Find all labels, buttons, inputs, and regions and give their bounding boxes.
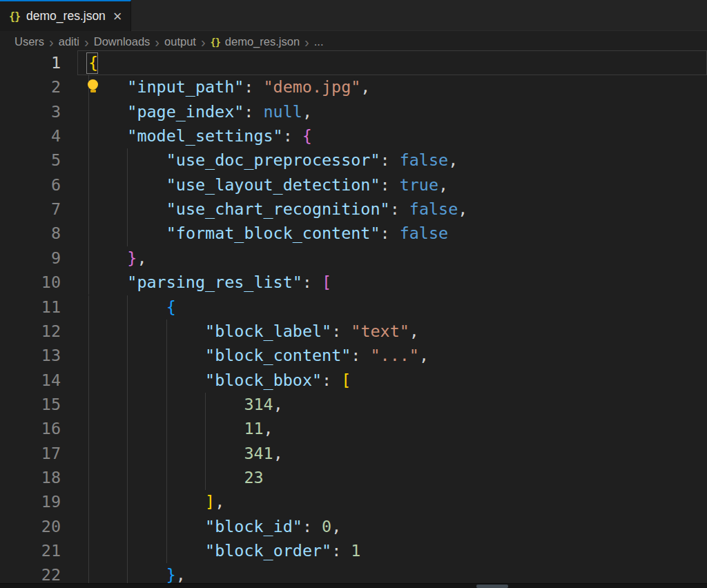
token-p: , [273,444,283,463]
token-str: "text" [351,322,409,341]
line-number: 6 [0,173,61,197]
breadcrumb-label: Downloads [94,35,151,48]
token-p: , [360,77,370,97]
token-str: "..." [371,346,419,365]
line-number: 11 [0,295,61,320]
line-number: 21 [0,539,61,563]
code-line[interactable]: 1{ [0,51,707,75]
token-p: , [302,102,312,121]
code-text: { [88,295,176,320]
token-kw: true [400,175,438,195]
token-p: : [351,346,370,365]
code-text: "use_chart_recognition": false, [88,197,467,222]
line-number: 10 [0,271,61,295]
close-icon[interactable]: × [113,9,122,24]
code-text: 11, [88,417,273,441]
code-line[interactable]: 12"block_label": "text", [0,320,707,344]
code-text: { [88,51,98,75]
token-key: "model_settings" [127,126,282,146]
line-number: 18 [0,466,61,490]
token-p: , [176,565,186,585]
code-line[interactable]: 1611, [0,417,707,441]
code-line[interactable]: 11{ [0,295,707,320]
code-line[interactable]: 8"format_block_content": false [0,222,707,246]
line-number: 16 [0,417,61,441]
scrollbar-thumb[interactable] [476,585,508,588]
code-line[interactable]: 5"use_doc_preprocessor": false, [0,148,707,173]
code-text: "use_layout_detection": true, [88,173,448,197]
code-line[interactable]: 9}, [0,246,707,271]
code-line[interactable]: 1823 [0,466,707,490]
token-p: : [331,322,351,341]
token-num: 0 [322,517,331,536]
token-p: : [390,199,409,219]
token-b1: [ [341,371,351,390]
token-p: : [380,224,400,243]
breadcrumb-item[interactable]: ... [314,35,324,48]
token-p: , [438,175,448,195]
code-line[interactable]: 2"input_path": "demo.jpg", [0,75,707,99]
token-key: "use_doc_preprocessor" [166,150,380,170]
code-line[interactable]: 6"use_layout_detection": true, [0,173,707,197]
code-line[interactable]: 7"use_chart_recognition": false, [0,197,707,222]
breadcrumb-item[interactable]: {}demo_res.json [211,35,300,48]
breadcrumb-item[interactable]: output [164,35,196,48]
vscode-window: 1{2"input_path": "demo.jpg",3"page_index… [0,0,707,588]
code-line[interactable]: 15314, [0,393,707,417]
code-text: }, [88,246,147,271]
breadcrumb-item[interactable]: Users [14,35,44,48]
code-line[interactable]: 10"parsing_res_list": [ [0,271,707,295]
code-line[interactable]: 21"block_order": 1 [0,539,707,563]
chevron-right-icon: › [304,35,309,49]
breadcrumb-label: output [164,35,196,48]
chevron-right-icon: › [201,35,206,49]
token-kw: null [264,102,302,121]
code-text: 341, [88,442,283,466]
code-line[interactable]: 20"block_id": 0, [0,515,707,539]
code-text: "block_order": 1 [88,539,360,563]
code-text: "input_path": "demo.jpg", [88,75,370,99]
token-p: : [244,102,263,121]
code-line[interactable]: 4"model_settings": { [0,124,707,148]
breadcrumb-label: ... [314,35,324,48]
token-p: : [244,77,263,97]
code-text: "block_bbox": [ [88,369,351,393]
token-p: , [137,248,146,268]
token-num: 314 [244,395,273,414]
token-key: "input_path" [127,77,244,97]
bottom-panel-edge [0,583,707,588]
tab-demo-res-json[interactable]: {} demo_res.json × [0,0,131,31]
code-text: "model_settings": { [88,124,312,148]
code-line[interactable]: 17341, [0,442,707,466]
code-line[interactable]: 3"page_index": null, [0,100,707,124]
token-p: , [264,419,273,438]
code-line[interactable]: 19], [0,490,707,514]
token-str: "demo.jpg" [264,77,361,97]
code-text: "parsing_res_list": [ [88,271,331,295]
code-text: "block_content": "...", [88,344,429,368]
breadcrumb-item[interactable]: aditi [59,35,79,48]
token-kw: false [409,199,458,219]
tab-bar: {} demo_res.json × [0,0,707,31]
code-text: "page_index": null, [88,100,312,124]
breadcrumb-item[interactable]: Downloads [94,35,151,48]
token-p: : [302,273,322,292]
chevron-right-icon: › [49,35,54,49]
line-number: 15 [0,393,61,417]
code-text: 23 [88,466,264,490]
editor[interactable]: 1{2"input_path": "demo.jpg",3"page_index… [0,0,707,588]
code-line[interactable]: 14"block_bbox": [ [0,369,707,393]
token-p: , [273,395,283,414]
token-p: , [409,322,419,341]
json-icon: {} [211,37,220,48]
token-key: "block_content" [205,346,351,365]
token-b2: [ [322,273,331,292]
token-key: "block_id" [205,517,302,536]
line-number: 19 [0,490,61,514]
token-p: : [380,175,400,195]
code-line[interactable]: 13"block_content": "...", [0,344,707,368]
line-number: 4 [0,124,61,148]
code-text: "format_block_content": false [88,222,448,246]
token-kw: false [400,150,448,170]
chevron-right-icon: › [155,35,159,49]
